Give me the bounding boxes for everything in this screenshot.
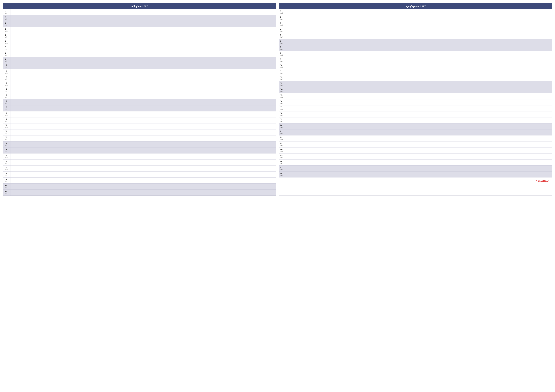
day-row: 8 ორშ (279, 51, 552, 57)
day-name: შაბ (280, 43, 285, 44)
day-number-col: 12 პარ (279, 75, 286, 81)
brand-icon: 7 (535, 179, 537, 183)
day-content (286, 9, 552, 15)
day-number: 29 (5, 178, 9, 181)
day-row: 17 კვი (3, 106, 276, 111)
day-number: 21 (5, 130, 9, 133)
day-content (286, 165, 552, 171)
day-content (286, 111, 552, 117)
day-number: 18 (5, 112, 9, 114)
day-name: ორშ (280, 55, 285, 56)
day-row: 13 ოთხ (3, 81, 276, 87)
day-content (286, 123, 552, 129)
day-content (10, 123, 276, 129)
day-number: 15 (280, 94, 285, 97)
day-name: კვი (5, 193, 9, 194)
day-name: პარ (5, 181, 9, 182)
day-number-col: 25 ხუთ (279, 153, 286, 159)
day-number: 23 (5, 142, 9, 145)
day-number-col: 13 ოთხ (3, 81, 10, 87)
day-number: 9 (280, 58, 285, 61)
day-row: 7 ხუთ (3, 45, 276, 51)
day-name: ხუთ (280, 157, 285, 158)
day-number: 13 (5, 82, 9, 85)
day-row: 6 ოთხ (3, 39, 276, 45)
day-number: 19 (5, 118, 9, 121)
day-number-col: 18 ხუთ (279, 111, 286, 117)
day-number-col: 27 ოთხ (3, 165, 10, 171)
day-content (10, 51, 276, 57)
day-content (286, 117, 552, 123)
day-row: 22 პარ (3, 135, 276, 142)
day-content (10, 9, 276, 15)
day-name: კვი (280, 133, 285, 134)
day-name: ოთხ (5, 127, 9, 128)
day-number-col: 4 ორშ (3, 27, 10, 33)
day-number-col: 15 ორშ (279, 93, 286, 99)
day-name: შაბ (280, 85, 285, 86)
day-number: 31 (5, 190, 9, 193)
day-content (10, 39, 276, 45)
day-name: ხუთ (280, 114, 285, 116)
day-number-col: 21 ხუთ (3, 129, 10, 135)
day-content (10, 81, 276, 87)
day-number: 5 (5, 34, 9, 36)
day-number: 27 (280, 166, 285, 169)
day-number-col: 20 შაბ (279, 123, 286, 129)
day-content (10, 75, 276, 81)
day-number-col: 23 შაბ (3, 142, 10, 147)
day-name: ხუთ (280, 30, 285, 32)
day-number: 21 (280, 130, 285, 133)
january-block: იანვარი 2027 1 პარ 2 შაბ 3 კვი 4 ორშ (3, 3, 276, 196)
day-number: 3 (5, 22, 9, 24)
day-content (10, 21, 276, 27)
day-name: პარ (5, 139, 9, 140)
day-name: პარ (5, 55, 9, 56)
day-content (10, 171, 276, 177)
day-row: 10 ოთხ (279, 63, 552, 69)
day-content (10, 153, 276, 159)
day-row: 6 შაბ (279, 39, 552, 45)
day-number: 6 (5, 40, 9, 43)
day-row: 15 ორშ (279, 93, 552, 100)
day-content (286, 81, 552, 87)
day-number: 13 (280, 82, 285, 85)
day-number-col: 1 პარ (3, 9, 10, 15)
day-number: 4 (5, 28, 9, 30)
february-header: თებერვალი 2027 (279, 3, 552, 9)
day-number-col: 25 ორშ (3, 153, 10, 159)
day-name: კვი (280, 49, 285, 50)
day-name: სამ (5, 36, 9, 38)
day-name: სამ (5, 78, 9, 80)
day-name: ხუთ (280, 72, 285, 74)
day-row: 15 პარ (3, 93, 276, 100)
day-content (286, 21, 552, 27)
day-number: 26 (5, 160, 9, 163)
day-row: 26 სამ (3, 159, 276, 165)
day-content (10, 27, 276, 33)
day-name: სამ (5, 163, 9, 164)
day-number: 28 (280, 172, 285, 175)
day-number: 5 (280, 34, 285, 36)
day-content (10, 106, 276, 111)
day-content (10, 135, 276, 141)
day-content (286, 69, 552, 75)
day-row: 27 შაბ (279, 165, 552, 171)
day-row: 26 პარ (279, 159, 552, 165)
day-number-col: 28 კვი (279, 171, 286, 178)
day-row: 29 პარ (3, 178, 276, 184)
day-number: 10 (280, 64, 285, 67)
day-number: 18 (280, 112, 285, 114)
day-number-col: 29 პარ (3, 178, 10, 183)
day-content (286, 171, 552, 178)
day-row: 13 შაბ (279, 81, 552, 87)
day-number: 20 (5, 124, 9, 127)
day-row: 4 ორშ (3, 27, 276, 33)
january-days: 1 პარ 2 შაბ 3 კვი 4 ორშ 5 (3, 9, 276, 196)
day-number-col: 16 შაბ (3, 100, 10, 105)
day-row: 19 სამ (3, 117, 276, 123)
day-content (286, 153, 552, 159)
day-row: 30 შაბ (3, 184, 276, 190)
day-content (286, 142, 552, 147)
day-number: 9 (5, 58, 9, 61)
